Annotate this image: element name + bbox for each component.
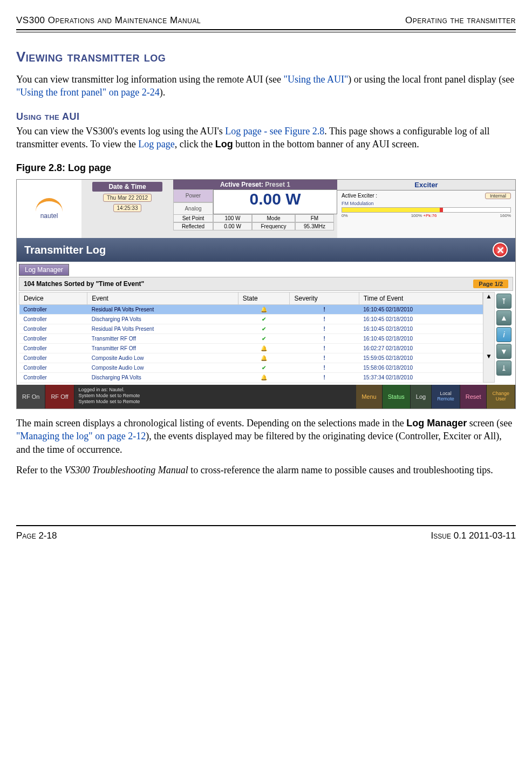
setpoint-value: 100 W (213, 214, 252, 222)
col-severity[interactable]: Severity (290, 292, 359, 305)
cell-device: Controller (19, 363, 87, 373)
stat-grid: Set Point 100 W Mode FM Reflected 0.00 W… (173, 214, 337, 230)
link-log-page-fig[interactable]: Log page - see Figure 2.8 (225, 126, 324, 137)
power-value: 0.00 W (213, 189, 337, 214)
scroll-up-icon[interactable]: ▲ (483, 292, 494, 322)
setpoint-label: Set Point (173, 214, 213, 222)
cell-event: Transmitter RF Off (87, 334, 238, 344)
table-row[interactable]: ControllerComposite Audio Low🔔!15:59:05 … (19, 353, 483, 363)
time-pill[interactable]: 14:25:33 (113, 204, 142, 212)
para-2: You can view the VS300's events log usin… (16, 125, 516, 151)
inner-scrollbar[interactable]: ▲ ▼ (483, 292, 495, 383)
col-state[interactable]: State (238, 292, 290, 305)
mode-value: FM (295, 214, 334, 222)
table-row[interactable]: ControllerResidual PA Volts Present✔!16:… (19, 324, 483, 334)
matches-bar: 104 Matches Sorted by "Time of Event" Pa… (19, 277, 513, 291)
cell-severity: ! (290, 334, 359, 344)
cell-time: 16:10:45 02/18/2010 (359, 324, 482, 334)
para-3: The main screen displays a chronological… (16, 417, 516, 456)
screenshot-footer: RF On RF Off Logged in as: Nautel. Syste… (17, 385, 515, 409)
modulation-bar (342, 207, 511, 213)
log-manager-tab-row: Log Manager (17, 262, 515, 276)
cell-time: 16:10:45 02/18/2010 (359, 305, 482, 315)
nav-down-button[interactable]: ▼ (496, 344, 511, 359)
preset-panel: Active Preset: Preset 1 Power Analog 0.0… (173, 180, 337, 238)
frequency-label: Frequency (252, 222, 295, 230)
transmitter-log-bar: Transmitter Log ✕ (17, 238, 515, 262)
cell-time: 15:59:05 02/18/2010 (359, 353, 482, 363)
cell-severity: ! (290, 353, 359, 363)
table-row[interactable]: ControllerTransmitter RF Off✔!16:10:45 0… (19, 334, 483, 344)
footer-left: Page 2-18 (16, 530, 57, 541)
exciter-panel: Exciter Active Exciter : Internal FM Mod… (337, 180, 515, 238)
nav-buttons: ⤒ ▲ i ▼ ⤓ (495, 292, 513, 383)
log-manager-button[interactable]: Log Manager (19, 264, 69, 276)
menu-button[interactable]: Menu (356, 385, 383, 409)
scroll-down-icon[interactable]: ▼ (483, 352, 494, 382)
table-row[interactable]: ControllerTransmitter RF Off🔔!16:02:27 0… (19, 344, 483, 353)
exciter-body: Active Exciter : Internal FM Modulation … (337, 190, 515, 238)
troubleshooting-manual-ref: VS300 Troubleshooting Manual (64, 465, 188, 475)
link-log-page[interactable]: Log page (138, 139, 174, 149)
table-row[interactable]: ControllerDischarging PA Volts🔔!15:37:34… (19, 373, 483, 383)
exciter-header[interactable]: Exciter (337, 180, 515, 190)
date-time-header: Date & Time (92, 182, 162, 192)
cell-severity: ! (290, 324, 359, 334)
nav-last-button[interactable]: ⤓ (496, 360, 511, 376)
sub-title: Using the AUI (16, 111, 516, 123)
log-button[interactable]: Log (411, 385, 432, 409)
nav-first-button[interactable]: ⤒ (496, 294, 511, 309)
nautel-logo[interactable]: nautel (36, 198, 63, 220)
rf-off-button[interactable]: RF Off (45, 385, 74, 409)
link-using-aui[interactable]: "Using the AUI" (284, 74, 349, 85)
change-user-button[interactable]: Change User (487, 385, 515, 409)
log-manager-bold: Log Manager (406, 418, 467, 428)
page-badge[interactable]: Page 1/2 (473, 280, 508, 288)
local-remote-button[interactable]: Local Remote (432, 385, 460, 409)
cell-severity: ! (290, 315, 359, 324)
cell-severity: ! (290, 305, 359, 315)
top-banner: nautel Date & Time Thu Mar 22 2012 14:25… (17, 180, 515, 238)
close-icon[interactable]: ✕ (493, 242, 508, 257)
matches-text: 104 Matches Sorted by "Time of Event" (24, 280, 144, 288)
table-row[interactable]: ControllerDischarging PA Volts✔!16:10:45… (19, 315, 483, 324)
table-row[interactable]: ControllerResidual PA Volts Present🔔!16:… (19, 305, 483, 315)
cell-state: ✔ (238, 363, 290, 373)
header-left: VS300 Operations and Maintenance Manual (16, 15, 201, 26)
transmitter-log-title: Transmitter Log (24, 244, 106, 256)
cell-device: Controller (19, 305, 87, 315)
cell-state: 🔔 (238, 373, 290, 383)
para-1: You can view transmitter log information… (16, 73, 516, 99)
col-device[interactable]: Device (19, 292, 87, 305)
cell-severity: ! (290, 344, 359, 353)
cell-time: 16:02:27 02/18/2010 (359, 344, 482, 353)
cell-device: Controller (19, 324, 87, 334)
cell-device: Controller (19, 373, 87, 383)
date-time-panel: Date & Time Thu Mar 22 2012 14:25:33 (81, 180, 173, 238)
link-managing-log[interactable]: "Managing the log" on page 2-12 (16, 431, 146, 441)
date-pill[interactable]: Thu Mar 22 2012 (103, 194, 152, 202)
reset-button[interactable]: Reset (460, 385, 487, 409)
col-event[interactable]: Event (87, 292, 238, 305)
figure-caption: Figure 2.8: Log page (16, 162, 516, 174)
col-time[interactable]: Time of Event (359, 292, 482, 305)
modulation-scale: 0% 100% +Pk:76 160% (342, 213, 511, 218)
section-title: Viewing transmitter log (16, 49, 516, 65)
header-right: Operating the transmitter (405, 15, 516, 26)
preset-header[interactable]: Active Preset: Preset 1 (173, 180, 337, 189)
cell-device: Controller (19, 353, 87, 363)
cell-event: Residual PA Volts Present (87, 324, 238, 334)
table-row[interactable]: ControllerComposite Audio Low✔!15:58:06 … (19, 363, 483, 373)
rf-on-button[interactable]: RF On (17, 385, 45, 409)
log-bold: Log (215, 139, 233, 149)
nav-up-button[interactable]: ▲ (496, 310, 511, 325)
cell-device: Controller (19, 344, 87, 353)
cell-event: Discharging PA Volts (87, 315, 238, 324)
mode-label: Mode (252, 214, 295, 222)
cell-event: Discharging PA Volts (87, 373, 238, 383)
log-table: Device Event State Severity Time of Even… (19, 292, 483, 383)
nav-info-button[interactable]: i (496, 327, 511, 342)
link-front-panel[interactable]: "Using the front panel" on page 2-24 (16, 87, 160, 98)
cell-state: 🔔 (238, 353, 290, 363)
status-button[interactable]: Status (383, 385, 411, 409)
